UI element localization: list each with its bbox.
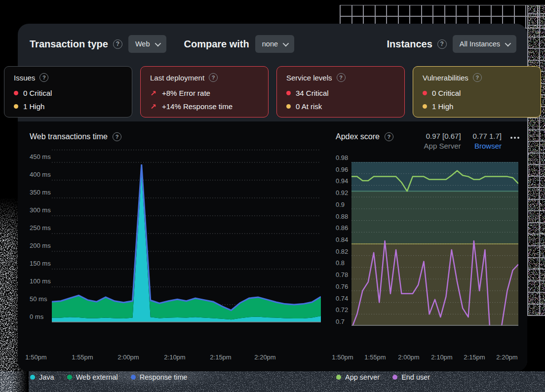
legend-label: Response time xyxy=(140,373,188,381)
app-server-dot xyxy=(336,375,341,380)
service-levels-card-title: Service levels xyxy=(286,74,332,82)
legend-item-app-server[interactable]: App server xyxy=(336,373,380,381)
help-icon[interactable]: ? xyxy=(337,73,346,82)
apdex-app-score-label: App Server xyxy=(424,141,461,151)
help-icon[interactable]: ? xyxy=(39,73,48,82)
status-cards-row: Issues ? 0 Critical 1 High Last deployme… xyxy=(4,66,541,118)
card-item: 1 High xyxy=(423,100,531,113)
axis-tick-label: 400 ms xyxy=(30,171,51,178)
apdex-browser-score: 0.77 1.7] Browser xyxy=(473,131,502,151)
last-deployment-card[interactable]: Last deployment ? ↗ +8% Error rate ↗ +14… xyxy=(140,66,269,118)
card-item-label: 0 Critical xyxy=(432,89,461,97)
apdex-title: Apdex score xyxy=(336,132,380,141)
decorative-grid-right xyxy=(527,5,545,316)
web-transactions-title: Web transactions time xyxy=(30,132,108,141)
axis-tick-label: 0.72 xyxy=(336,306,348,314)
last-deployment-card-title: Last deployment xyxy=(150,74,204,82)
axis-tick-label: 100 ms xyxy=(30,277,51,285)
axis-tick-label: 2:00pm xyxy=(117,353,139,361)
chevron-down-icon xyxy=(505,40,511,46)
axis-tick-label: 0.82 xyxy=(336,248,348,255)
axis-tick-label: 0.94 xyxy=(336,177,348,185)
web-external-dot xyxy=(67,375,72,380)
critical-dot xyxy=(286,91,291,95)
web-transactions-y-axis: 450 ms400 ms350 ms300 ms250 ms200 ms150 … xyxy=(30,150,54,322)
axis-tick-label: 250 ms xyxy=(30,224,51,232)
high-dot xyxy=(423,104,427,109)
legend-label: Web external xyxy=(76,373,118,381)
at-risk-dot xyxy=(286,104,291,109)
instances-dropdown[interactable]: All Instances xyxy=(453,35,516,53)
legend-item-web-external[interactable]: Web external xyxy=(67,373,118,381)
help-icon[interactable]: ? xyxy=(385,132,393,141)
card-title-row: Issues ? xyxy=(14,73,122,82)
axis-tick-label: 0.96 xyxy=(336,166,348,173)
card-title-row: Vulnerabilities ? xyxy=(423,73,531,82)
help-icon[interactable]: ? xyxy=(113,39,122,49)
axis-tick-label: 0 ms xyxy=(30,313,43,320)
axis-tick-label: 2:10pm xyxy=(431,353,452,361)
web-transactions-x-axis: 1:50pm1:55pm2:00pm2:10pm2:15pm2:20pm xyxy=(52,353,321,362)
axis-tick-label: 1:55pm xyxy=(364,353,386,361)
axis-tick-label: 0.74 xyxy=(336,295,348,302)
axis-tick-label: 0.7 xyxy=(336,318,345,325)
apdex-title-row: Apdex score ? xyxy=(336,132,393,141)
apdex-scores: 0.97 [0.67] App Server 0.77 1.7] Browser xyxy=(399,131,502,151)
apdex-chart[interactable] xyxy=(351,162,518,326)
web-transactions-title-row: Web transactions time ? xyxy=(30,132,121,141)
transaction-type-dropdown[interactable]: Web xyxy=(128,35,166,53)
legend-item-end-user[interactable]: End user xyxy=(392,373,430,381)
card-item: 34 Critical xyxy=(286,86,395,100)
more-options-icon[interactable] xyxy=(510,137,519,139)
card-item-label: +8% Error rate xyxy=(162,89,210,97)
axis-tick-label: 0.78 xyxy=(336,271,348,278)
help-icon[interactable]: ? xyxy=(113,132,121,141)
axis-tick-label: 0.76 xyxy=(336,283,348,290)
critical-dot xyxy=(14,91,18,95)
compare-with-dropdown[interactable]: none xyxy=(255,35,294,53)
card-item: ↗ +8% Error rate xyxy=(150,86,259,100)
axis-tick-label: 0.8 xyxy=(336,259,345,267)
axis-tick-label: 2:15pm xyxy=(464,353,485,361)
axis-tick-label: 450 ms xyxy=(30,153,51,160)
axis-tick-label: 1:50pm xyxy=(332,353,353,361)
legend-item-response-time[interactable]: Response time xyxy=(131,373,188,381)
transaction-type-value: Web xyxy=(135,40,150,48)
apdex-app-server-score: 0.97 [0.67] App Server xyxy=(424,131,461,151)
axis-tick-label: 0.84 xyxy=(336,236,348,243)
issues-card[interactable]: Issues ? 0 Critical 1 High xyxy=(4,66,132,118)
vulnerabilities-card[interactable]: Vulnerabilities ? 0 Critical 1 High xyxy=(413,66,541,118)
apdex-browser-link[interactable]: Browser xyxy=(473,141,502,151)
axis-tick-label: 1:50pm xyxy=(25,353,46,361)
chevron-down-icon xyxy=(155,40,161,46)
java-dot xyxy=(30,375,35,380)
card-title-row: Last deployment ? xyxy=(150,73,259,82)
help-icon[interactable]: ? xyxy=(209,73,218,82)
service-levels-card[interactable]: Service levels ? 34 Critical 0 At risk xyxy=(276,66,405,118)
axis-tick-label: 300 ms xyxy=(30,206,51,214)
help-icon[interactable]: ? xyxy=(437,39,447,49)
axis-tick-label: 0.98 xyxy=(336,154,348,161)
high-dot xyxy=(14,104,18,109)
card-item-label: 0 At risk xyxy=(296,102,322,111)
axis-tick-label: 200 ms xyxy=(30,242,51,249)
help-icon[interactable]: ? xyxy=(473,73,482,82)
legend-item-java[interactable]: Java xyxy=(30,373,54,381)
transaction-type-label: Transaction type xyxy=(30,39,108,50)
trend-up-arrow-icon: ↗ xyxy=(150,89,157,98)
instances-value: All Instances xyxy=(460,40,500,48)
axis-tick-label: 0.9 xyxy=(336,201,345,208)
card-item-label: +14% Response time xyxy=(162,102,233,111)
card-item: 0 Critical xyxy=(14,86,122,100)
card-item: 1 High xyxy=(14,100,122,113)
end-user-dot xyxy=(392,375,397,380)
axis-tick-label: 2:15pm xyxy=(210,353,231,361)
trend-up-arrow-icon: ↗ xyxy=(150,102,157,111)
card-item: 0 Critical xyxy=(423,86,531,100)
apdex-legend: App server End user xyxy=(336,373,430,381)
axis-tick-label: 0.88 xyxy=(336,213,348,220)
vulnerabilities-card-title: Vulnerabilities xyxy=(423,74,468,82)
card-title-row: Service levels ? xyxy=(286,73,395,82)
web-transactions-chart[interactable] xyxy=(52,150,321,322)
axis-tick-label: 150 ms xyxy=(30,260,51,267)
